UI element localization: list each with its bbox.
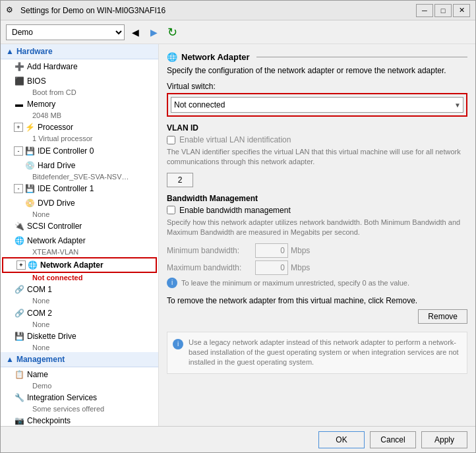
hard-drive-sublabel: Bitdefender_SVE-SVA-NSV…	[1, 173, 158, 181]
forward-button[interactable]: ▶	[146, 24, 162, 40]
remove-button[interactable]: Remove	[418, 309, 467, 324]
hardware-icon: ▲	[6, 47, 14, 56]
checkpoints-row[interactable]: 📷 Checkpoints	[1, 413, 158, 426]
cancel-button[interactable]: Cancel	[370, 431, 416, 448]
bios-label: BIOS	[27, 76, 46, 86]
processor-expand[interactable]: +	[14, 123, 23, 132]
memory-row[interactable]: ▬ Memory	[1, 97, 158, 111]
toolbar: Demo ◀ ▶ ↻	[1, 20, 475, 44]
virtual-switch-label: Virtual switch:	[167, 82, 467, 91]
scsi-row[interactable]: 🔌 SCSI Controller	[1, 219, 158, 233]
add-hardware-row[interactable]: ➕ Add Hardware	[1, 59, 158, 74]
hard-drive-row[interactable]: 💿 Hard Drive	[1, 158, 158, 173]
network-selected-sublabel: Not connected	[1, 274, 158, 282]
panel-title-icon: 🌐	[167, 52, 177, 62]
vlan-section: VLAN ID Enable virtual LAN identificatio…	[167, 123, 467, 187]
processor-row[interactable]: + ⚡ Processor	[1, 120, 158, 135]
hard-drive-icon: 💿	[24, 160, 35, 171]
title-bar-controls: ─ □ ✕	[416, 4, 470, 17]
network-selected-expand[interactable]: +	[16, 260, 26, 270]
com2-label: COM 2	[27, 309, 52, 318]
vlan-checkbox-row: Enable virtual LAN identification	[167, 135, 467, 144]
com1-icon: 🔗	[14, 284, 24, 295]
tree-item-ide1: - 💾 IDE Controller 1	[1, 181, 158, 196]
name-sublabel: Demo	[1, 382, 158, 390]
network-selected-icon: 🌐	[27, 260, 38, 270]
legacy-info-icon: i	[173, 339, 183, 349]
management-icon: ▲	[6, 355, 14, 364]
panel-title-text: Network Adapter	[181, 52, 250, 62]
network-xteam-label: Network Adapter	[27, 236, 86, 245]
zero-info-row: i To leave the minimum or maximum unrest…	[167, 278, 467, 288]
processor-label: Processor	[38, 123, 73, 132]
network-selected-row[interactable]: + 🌐 Network Adapter	[2, 257, 157, 273]
management-section-header: ▲ Management	[1, 352, 158, 367]
tree-item-com1: 🔗 COM 1 None	[1, 282, 158, 305]
maximize-button[interactable]: □	[434, 4, 452, 17]
min-bandwidth-input[interactable]	[255, 243, 288, 258]
com2-icon: 🔗	[14, 308, 24, 318]
back-button[interactable]: ◀	[127, 24, 143, 40]
ok-button[interactable]: OK	[318, 431, 365, 448]
close-button[interactable]: ✕	[453, 4, 470, 17]
ide1-expand[interactable]: -	[14, 184, 23, 193]
diskette-label: Diskette Drive	[27, 332, 76, 341]
tree-item-com2: 🔗 COM 2 None	[1, 306, 158, 329]
bios-row[interactable]: ⬛ BIOS	[1, 74, 158, 88]
memory-label: Memory	[27, 100, 55, 109]
integration-row[interactable]: 🔧 Integration Services	[1, 390, 158, 405]
bandwidth-checkbox[interactable]	[167, 206, 175, 214]
right-panel: 🌐 Network Adapter Specify the configurat…	[159, 44, 475, 426]
bandwidth-section-label: Bandwidth Management	[167, 194, 467, 203]
ide1-row[interactable]: - 💾 IDE Controller 1	[1, 181, 158, 196]
sidebar: ▲ Hardware ➕ Add Hardware ⬛ BIOS Boot fr…	[1, 44, 159, 426]
com2-row[interactable]: 🔗 COM 2	[1, 306, 158, 320]
checkpoints-icon: 📷	[14, 415, 24, 426]
max-bandwidth-row: Maximum bandwidth: Mbps	[167, 260, 467, 275]
minimize-button[interactable]: ─	[416, 4, 433, 17]
tree-item-bios: ⬛ BIOS Boot from CD	[1, 74, 158, 97]
max-bandwidth-input[interactable]	[255, 260, 288, 275]
legacy-info-text: Use a legacy network adapter instead of …	[189, 338, 461, 368]
tree-item-processor: + ⚡ Processor 1 Virtual processor	[1, 120, 158, 143]
com1-sublabel: None	[1, 297, 158, 305]
name-label: Name	[27, 370, 48, 379]
vlan-checkbox[interactable]	[167, 136, 175, 144]
info-icon: i	[167, 278, 177, 288]
memory-sublabel: 2048 MB	[1, 111, 158, 120]
refresh-button[interactable]: ↻	[164, 24, 180, 40]
min-bandwidth-unit: Mbps	[291, 246, 310, 255]
tree-item-ide0: - 💾 IDE Controller 0	[1, 144, 158, 158]
diskette-row[interactable]: 💾 Diskette Drive	[1, 329, 158, 344]
bios-sublabel: Boot from CD	[1, 88, 158, 97]
title-bar: ⚙ Settings for Demo on WIN-MI0G3NAFI16 ─…	[1, 1, 475, 20]
management-label: Management	[16, 355, 65, 364]
network-xteam-row[interactable]: 🌐 Network Adapter	[1, 233, 158, 248]
bios-icon: ⬛	[14, 76, 24, 86]
scsi-label: SCSI Controller	[27, 222, 82, 231]
vm-selector[interactable]: Demo	[6, 24, 125, 40]
com2-sublabel: None	[1, 320, 158, 329]
remove-text: To remove the network adapter from this …	[167, 296, 467, 305]
bottom-bar: OK Cancel Apply	[1, 426, 475, 452]
com1-row[interactable]: 🔗 COM 1	[1, 282, 158, 297]
panel-title: 🌐 Network Adapter	[167, 52, 467, 62]
dvd-row[interactable]: 📀 DVD Drive	[1, 196, 158, 210]
zero-info-text: To leave the minimum or maximum unrestri…	[181, 279, 409, 287]
tree-item-checkpoints: 📷 Checkpoints Production	[1, 413, 158, 426]
ide1-icon: 💾	[24, 183, 35, 194]
min-bandwidth-label: Minimum bandwidth:	[167, 246, 253, 255]
ide0-expand[interactable]: -	[14, 146, 23, 156]
apply-button[interactable]: Apply	[421, 431, 467, 448]
virtual-switch-border-box: Not connected XTEAM-VLAN Default Switch …	[167, 93, 467, 117]
virtual-switch-select[interactable]: Not connected XTEAM-VLAN Default Switch	[171, 97, 463, 113]
processor-sublabel: 1 Virtual processor	[1, 135, 158, 143]
add-hardware-label: Add Hardware	[27, 62, 78, 71]
ide0-row[interactable]: - 💾 IDE Controller 0	[1, 144, 158, 158]
tree-item-memory: ▬ Memory 2048 MB	[1, 97, 158, 120]
vlan-id-input[interactable]	[167, 173, 193, 187]
name-row[interactable]: 📋 Name	[1, 367, 158, 382]
virtual-switch-dropdown-wrapper: Not connected XTEAM-VLAN Default Switch …	[171, 97, 463, 113]
com1-label: COM 1	[27, 285, 52, 294]
bandwidth-section: Bandwidth Management Enable bandwidth ma…	[167, 194, 467, 288]
